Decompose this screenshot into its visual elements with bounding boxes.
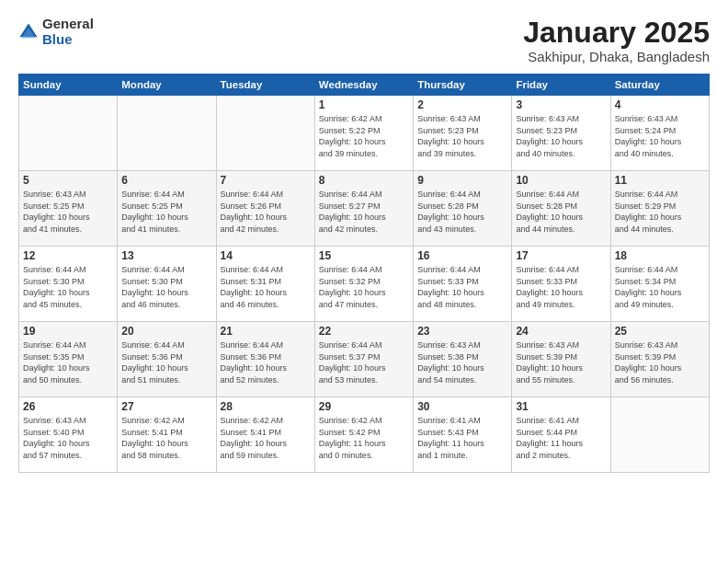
logo-icon <box>18 22 39 42</box>
calendar-cell-3-2: 21Sunrise: 6:44 AM Sunset: 5:36 PM Dayli… <box>216 322 314 397</box>
day-number: 10 <box>516 174 606 187</box>
title-month: January 2025 <box>523 17 710 49</box>
calendar-cell-0-6: 4Sunrise: 6:43 AM Sunset: 5:24 PM Daylig… <box>610 96 709 171</box>
day-info: Sunrise: 6:44 AM Sunset: 5:32 PM Dayligh… <box>319 264 409 310</box>
calendar-cell-4-3: 29Sunrise: 6:42 AM Sunset: 5:42 PM Dayli… <box>314 397 413 473</box>
day-number: 26 <box>23 400 113 413</box>
day-info: Sunrise: 6:43 AM Sunset: 5:40 PM Dayligh… <box>23 415 113 461</box>
header-friday: Friday <box>512 75 610 96</box>
calendar-cell-1-1: 6Sunrise: 6:44 AM Sunset: 5:25 PM Daylig… <box>118 171 216 247</box>
day-info: Sunrise: 6:44 AM Sunset: 5:29 PM Dayligh… <box>615 189 705 235</box>
calendar-cell-4-0: 26Sunrise: 6:43 AM Sunset: 5:40 PM Dayli… <box>19 397 118 473</box>
day-number: 18 <box>615 249 705 262</box>
day-number: 11 <box>615 174 705 187</box>
day-number: 6 <box>121 174 211 187</box>
day-number: 25 <box>615 325 705 338</box>
day-info: Sunrise: 6:44 AM Sunset: 5:33 PM Dayligh… <box>417 264 507 310</box>
calendar-cell-3-6: 25Sunrise: 6:43 AM Sunset: 5:39 PM Dayli… <box>610 322 709 397</box>
header-monday: Monday <box>118 75 216 96</box>
page: General Blue January 2025 Sakhipur, Dhak… <box>0 0 728 563</box>
day-info: Sunrise: 6:43 AM Sunset: 5:23 PM Dayligh… <box>516 113 606 159</box>
day-info: Sunrise: 6:44 AM Sunset: 5:28 PM Dayligh… <box>417 189 507 235</box>
day-info: Sunrise: 6:44 AM Sunset: 5:26 PM Dayligh… <box>221 189 311 235</box>
day-info: Sunrise: 6:44 AM Sunset: 5:35 PM Dayligh… <box>23 339 113 385</box>
day-number: 21 <box>221 325 311 338</box>
day-number: 14 <box>221 249 311 262</box>
day-info: Sunrise: 6:44 AM Sunset: 5:36 PM Dayligh… <box>121 339 211 385</box>
day-number: 22 <box>319 325 409 338</box>
day-number: 15 <box>319 249 409 262</box>
calendar-cell-0-1 <box>118 96 216 171</box>
logo-blue-text: Blue <box>42 32 94 48</box>
week-row-4: 26Sunrise: 6:43 AM Sunset: 5:40 PM Dayli… <box>19 397 710 473</box>
day-number: 9 <box>417 174 507 187</box>
day-info: Sunrise: 6:44 AM Sunset: 5:33 PM Dayligh… <box>516 264 606 310</box>
day-info: Sunrise: 6:44 AM Sunset: 5:28 PM Dayligh… <box>516 189 606 235</box>
header-tuesday: Tuesday <box>216 75 314 96</box>
calendar-cell-4-5: 31Sunrise: 6:41 AM Sunset: 5:44 PM Dayli… <box>512 397 610 473</box>
calendar-header-row: Sunday Monday Tuesday Wednesday Thursday… <box>19 75 710 96</box>
day-number: 31 <box>516 400 606 413</box>
day-info: Sunrise: 6:42 AM Sunset: 5:41 PM Dayligh… <box>121 415 211 461</box>
day-number: 5 <box>23 174 113 187</box>
week-row-2: 12Sunrise: 6:44 AM Sunset: 5:30 PM Dayli… <box>19 247 710 322</box>
day-number: 23 <box>417 325 507 338</box>
day-info: Sunrise: 6:43 AM Sunset: 5:38 PM Dayligh… <box>417 339 507 385</box>
day-number: 4 <box>615 98 705 111</box>
day-info: Sunrise: 6:43 AM Sunset: 5:25 PM Dayligh… <box>23 189 113 235</box>
calendar-cell-2-1: 13Sunrise: 6:44 AM Sunset: 5:30 PM Dayli… <box>118 247 216 322</box>
calendar-cell-4-6 <box>610 397 709 473</box>
logo-general-text: General <box>42 17 94 32</box>
day-number: 19 <box>23 325 113 338</box>
day-info: Sunrise: 6:41 AM Sunset: 5:44 PM Dayligh… <box>516 415 606 461</box>
logo-text: General Blue <box>42 17 94 47</box>
day-info: Sunrise: 6:42 AM Sunset: 5:22 PM Dayligh… <box>319 113 409 159</box>
day-info: Sunrise: 6:44 AM Sunset: 5:27 PM Dayligh… <box>319 189 409 235</box>
day-number: 3 <box>516 98 606 111</box>
day-info: Sunrise: 6:42 AM Sunset: 5:41 PM Dayligh… <box>221 415 311 461</box>
day-number: 29 <box>319 400 409 413</box>
day-number: 27 <box>121 400 211 413</box>
day-number: 16 <box>417 249 507 262</box>
day-info: Sunrise: 6:43 AM Sunset: 5:39 PM Dayligh… <box>516 339 606 385</box>
header: General Blue January 2025 Sakhipur, Dhak… <box>18 17 710 64</box>
day-number: 24 <box>516 325 606 338</box>
week-row-1: 5Sunrise: 6:43 AM Sunset: 5:25 PM Daylig… <box>19 171 710 247</box>
calendar-cell-2-0: 12Sunrise: 6:44 AM Sunset: 5:30 PM Dayli… <box>19 247 118 322</box>
day-info: Sunrise: 6:44 AM Sunset: 5:34 PM Dayligh… <box>615 264 705 310</box>
calendar-cell-4-1: 27Sunrise: 6:42 AM Sunset: 5:41 PM Dayli… <box>118 397 216 473</box>
day-info: Sunrise: 6:41 AM Sunset: 5:43 PM Dayligh… <box>417 415 507 461</box>
calendar-cell-2-2: 14Sunrise: 6:44 AM Sunset: 5:31 PM Dayli… <box>216 247 314 322</box>
calendar-cell-1-3: 8Sunrise: 6:44 AM Sunset: 5:27 PM Daylig… <box>314 171 413 247</box>
calendar-cell-4-4: 30Sunrise: 6:41 AM Sunset: 5:43 PM Dayli… <box>414 397 512 473</box>
day-number: 17 <box>516 249 606 262</box>
calendar-cell-4-2: 28Sunrise: 6:42 AM Sunset: 5:41 PM Dayli… <box>216 397 314 473</box>
day-number: 7 <box>221 174 311 187</box>
header-wednesday: Wednesday <box>314 75 413 96</box>
day-info: Sunrise: 6:42 AM Sunset: 5:42 PM Dayligh… <box>319 415 409 461</box>
calendar-cell-0-2 <box>216 96 314 171</box>
header-sunday: Sunday <box>19 75 118 96</box>
logo: General Blue <box>18 17 94 47</box>
calendar-cell-0-5: 3Sunrise: 6:43 AM Sunset: 5:23 PM Daylig… <box>512 96 610 171</box>
day-info: Sunrise: 6:44 AM Sunset: 5:30 PM Dayligh… <box>121 264 211 310</box>
day-info: Sunrise: 6:44 AM Sunset: 5:30 PM Dayligh… <box>23 264 113 310</box>
calendar-cell-3-3: 22Sunrise: 6:44 AM Sunset: 5:37 PM Dayli… <box>314 322 413 397</box>
day-info: Sunrise: 6:43 AM Sunset: 5:24 PM Dayligh… <box>615 113 705 159</box>
calendar-cell-2-6: 18Sunrise: 6:44 AM Sunset: 5:34 PM Dayli… <box>610 247 709 322</box>
calendar-cell-3-1: 20Sunrise: 6:44 AM Sunset: 5:36 PM Dayli… <box>118 322 216 397</box>
calendar-cell-1-6: 11Sunrise: 6:44 AM Sunset: 5:29 PM Dayli… <box>610 171 709 247</box>
calendar-cell-3-0: 19Sunrise: 6:44 AM Sunset: 5:35 PM Dayli… <box>19 322 118 397</box>
calendar-cell-0-0 <box>19 96 118 171</box>
calendar-cell-1-4: 9Sunrise: 6:44 AM Sunset: 5:28 PM Daylig… <box>414 171 512 247</box>
week-row-0: 1Sunrise: 6:42 AM Sunset: 5:22 PM Daylig… <box>19 96 710 171</box>
day-info: Sunrise: 6:44 AM Sunset: 5:37 PM Dayligh… <box>319 339 409 385</box>
day-info: Sunrise: 6:44 AM Sunset: 5:36 PM Dayligh… <box>221 339 311 385</box>
day-info: Sunrise: 6:43 AM Sunset: 5:23 PM Dayligh… <box>417 113 507 159</box>
calendar-cell-2-3: 15Sunrise: 6:44 AM Sunset: 5:32 PM Dayli… <box>314 247 413 322</box>
calendar: Sunday Monday Tuesday Wednesday Thursday… <box>18 74 710 473</box>
day-number: 12 <box>23 249 113 262</box>
day-number: 28 <box>221 400 311 413</box>
calendar-cell-2-4: 16Sunrise: 6:44 AM Sunset: 5:33 PM Dayli… <box>414 247 512 322</box>
calendar-cell-0-3: 1Sunrise: 6:42 AM Sunset: 5:22 PM Daylig… <box>314 96 413 171</box>
